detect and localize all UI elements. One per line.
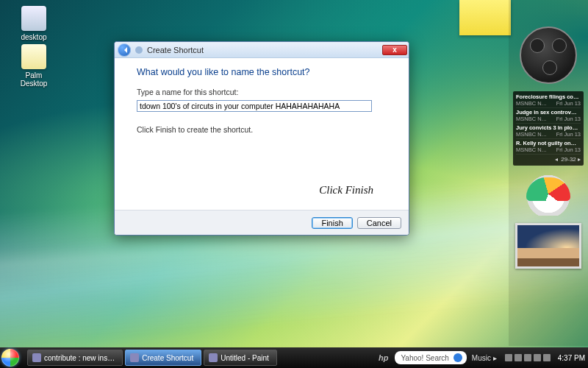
app-icon: [209, 353, 218, 362]
feed-item: Judge in sex controv…MSNBC N…Fri Jun 13: [516, 108, 581, 124]
dialog-heading: What would you like to name the shortcut…: [137, 67, 392, 77]
windows-orb-icon: [1, 349, 19, 367]
feed-item: Foreclosure filings co…MSNBC N…Fri Jun 1…: [516, 93, 581, 108]
search-placeholder: Yahoo! Search: [401, 354, 448, 362]
clock-gadget[interactable]: [520, 26, 577, 84]
close-button[interactable]: x: [382, 45, 407, 55]
dialog-footer: Finish Cancel: [115, 210, 409, 235]
shortcut-name-label: Type a name for this shortcut:: [137, 88, 392, 96]
cancel-button[interactable]: Cancel: [357, 217, 401, 229]
app-icon: [130, 353, 139, 362]
slideshow-gadget[interactable]: [515, 223, 581, 269]
folder-icon: [21, 6, 46, 31]
tray-icon[interactable]: [524, 354, 531, 361]
start-button[interactable]: [0, 347, 25, 368]
cpu-meter-gadget[interactable]: [522, 173, 575, 216]
tray-icon[interactable]: [534, 354, 541, 361]
search-go-icon[interactable]: [453, 353, 462, 362]
taskbar-item-label: contribute : new ins…: [44, 354, 115, 362]
tray-icon[interactable]: [543, 354, 551, 361]
feed-item: R. Kelly not guilty on…MSNBC N…Fri Jun 1…: [516, 139, 581, 155]
desktop-icon-label: desktop: [12, 33, 56, 41]
news-feed-gadget[interactable]: Foreclosure filings co…MSNBC N…Fri Jun 1…: [513, 91, 584, 166]
hp-logo: hp: [374, 353, 392, 362]
music-control[interactable]: Music ▸: [469, 354, 500, 362]
forward-button: [135, 46, 143, 54]
back-button[interactable]: [118, 43, 131, 57]
dialog-hint: Click Finish to create the shortcut.: [137, 125, 392, 134]
desktop-icon-label: Palm Desktop: [12, 71, 56, 88]
taskbar-item-paint[interactable]: Untitled - Paint: [204, 350, 277, 366]
desktop-icon-desktop[interactable]: desktop: [12, 6, 56, 41]
app-icon: [32, 353, 41, 362]
app-icon: [21, 44, 46, 69]
taskbar-clock[interactable]: 4:37 PM: [556, 354, 585, 362]
desktop-icon-palm-desktop[interactable]: Palm Desktop: [12, 44, 56, 88]
taskbar-item-label: Create Shortcut: [142, 354, 193, 362]
taskbar-item-contribute[interactable]: contribute : new ins…: [27, 350, 123, 366]
yahoo-search-box[interactable]: Yahoo! Search: [395, 351, 466, 364]
dialog-title: Create Shortcut: [147, 46, 378, 54]
sticky-note-gadget[interactable]: [459, 0, 511, 35]
finish-button[interactable]: Finish: [312, 217, 352, 229]
tray-icon[interactable]: [514, 354, 522, 361]
dialog-titlebar[interactable]: Create Shortcut x: [115, 42, 409, 58]
vista-sidebar: Foreclosure filings co…MSNBC N…Fri Jun 1…: [509, 0, 588, 346]
feed-item: Jury convicts 3 in plo…MSNBC N…Fri Jun 1…: [516, 124, 581, 139]
system-tray[interactable]: [502, 354, 553, 361]
taskbar-item-label: Untitled - Paint: [220, 354, 269, 362]
taskbar: contribute : new ins… Create Shortcut Un…: [0, 347, 588, 368]
tray-icon[interactable]: [505, 354, 512, 361]
taskbar-item-create-shortcut[interactable]: Create Shortcut: [125, 350, 201, 366]
handwritten-annotation: Click Finish: [319, 184, 373, 197]
feed-pager[interactable]: ◂29-32 ▸: [516, 156, 581, 163]
create-shortcut-dialog: Create Shortcut x What would you like to…: [114, 41, 409, 236]
shortcut-name-input[interactable]: [137, 100, 372, 112]
